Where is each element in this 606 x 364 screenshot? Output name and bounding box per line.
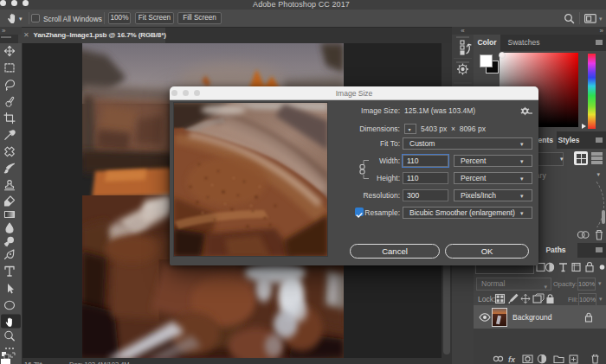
svg-text:fx: fx (508, 355, 516, 364)
